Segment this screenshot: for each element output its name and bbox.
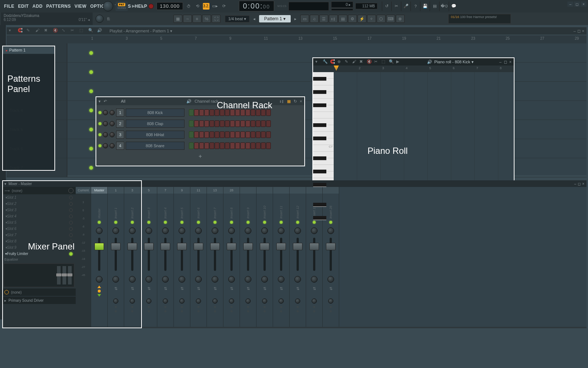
step-button[interactable] — [256, 131, 261, 138]
menu-edit[interactable]: EDIT — [16, 2, 31, 10]
mixer-route-dot[interactable] — [297, 306, 299, 308]
mixer-pan-knob[interactable] — [96, 276, 103, 283]
mixer-insert-strip[interactable]: Insert 11⇅ — [273, 187, 290, 327]
mixer-route-dot[interactable] — [280, 306, 282, 308]
channel-mute-led[interactable] — [98, 133, 101, 136]
mixer-strip-head[interactable]: 11 — [190, 187, 207, 194]
step-button[interactable] — [225, 120, 230, 127]
mixer-strip-enable-led[interactable] — [263, 221, 266, 224]
eq-mid-slider[interactable] — [62, 266, 66, 284]
mixer-fader-cap[interactable] — [161, 243, 170, 250]
step-button[interactable] — [245, 142, 250, 149]
tool-5-icon[interactable]: ⌨ — [386, 15, 395, 23]
mixer-strip-stereo-knob[interactable] — [146, 227, 152, 234]
pl-menu-icon[interactable]: ▾ — [9, 28, 15, 34]
mixer-input-selector[interactable]: ⟶ (none) — [2, 187, 76, 194]
mixer-pan-knob[interactable] — [278, 276, 284, 283]
mixer-fader[interactable] — [280, 238, 282, 271]
close-button[interactable]: × — [581, 1, 587, 7]
mixer-effect-slot[interactable]: ▾ Slot 7 — [2, 232, 76, 238]
stop-button[interactable]: ■ — [139, 3, 146, 10]
step-button[interactable] — [209, 131, 214, 138]
mixer-fader-cap[interactable] — [276, 243, 286, 250]
step-button[interactable] — [230, 142, 235, 149]
mic-icon[interactable]: 🎤 — [401, 1, 410, 11]
mixer-strip-enable-led[interactable] — [131, 221, 134, 224]
song-position[interactable]: 0:00:00 — [239, 1, 274, 11]
track-enable-led[interactable] — [89, 109, 93, 112]
step-button[interactable] — [220, 142, 225, 149]
eq-high-slider[interactable] — [68, 266, 72, 284]
step-button[interactable] — [199, 131, 204, 138]
step-edit-icon[interactable]: ▭▸ — [212, 3, 218, 10]
mixer-menu-icon[interactable]: ▾ — [4, 182, 6, 186]
mixer-insert-strip[interactable]: 7Insert 4⇅ — [157, 187, 174, 327]
mixer-route-dot[interactable] — [148, 306, 150, 308]
onekey-icon[interactable]: 💬 — [449, 1, 458, 11]
mixer-effect-slot[interactable]: ▾ Slot 6 — [2, 226, 76, 232]
mixer-send-up-icon[interactable] — [97, 286, 101, 288]
pr-menu-icon[interactable]: ▾ — [315, 59, 320, 64]
pr-paint-icon[interactable]: 🖌 — [352, 59, 357, 64]
record-button[interactable] — [148, 3, 154, 10]
mixer-pan-knob[interactable] — [245, 276, 251, 283]
mixer-route-arrow-icon[interactable]: ⇅ — [280, 286, 283, 291]
mx-latency-icon[interactable] — [68, 188, 74, 193]
step-button[interactable] — [240, 142, 245, 149]
step-sequencer-row[interactable] — [189, 120, 271, 127]
piano-roll-ruler[interactable]: 12345678 — [313, 66, 514, 72]
step-button[interactable] — [209, 120, 214, 127]
mixer-fader-cap[interactable] — [128, 243, 137, 250]
mixer-strip-head[interactable] — [306, 187, 322, 194]
mixer-eq[interactable] — [4, 263, 74, 287]
pr-draw-icon[interactable]: ✎ — [345, 59, 350, 64]
mixer-strip-stereo-knob[interactable] — [179, 227, 185, 234]
piano-black-key[interactable] — [313, 137, 326, 141]
mixer-insert-strip[interactable]: 5Insert 3⇅ — [141, 187, 157, 327]
mixer-fader-cap[interactable] — [144, 243, 154, 250]
pl-magnet-icon[interactable]: 🧲 — [18, 28, 24, 34]
track-enable-led[interactable] — [89, 89, 93, 93]
track-enable-led[interactable] — [89, 70, 93, 74]
mixer-pan-knob[interactable] — [261, 276, 268, 283]
mixer-strip-stereo-knob[interactable] — [162, 227, 169, 234]
mx-close-icon[interactable]: × — [582, 182, 584, 186]
piano-black-key[interactable] — [313, 103, 326, 107]
pr-mute-icon[interactable]: 🔇 — [367, 59, 372, 64]
mixer-fader-cap[interactable] — [243, 243, 253, 250]
cr-undo-icon[interactable]: ↶ — [104, 99, 107, 104]
pr-minimize-icon[interactable]: – — [499, 60, 501, 64]
mixer-pan-knob[interactable] — [212, 276, 218, 283]
mixer-route-dot[interactable] — [247, 306, 249, 308]
mx-maximize-icon[interactable]: ◻ — [578, 182, 581, 186]
step-button[interactable] — [204, 131, 209, 138]
mixer-route-arrow-icon[interactable]: ⇅ — [329, 286, 333, 291]
mixer-fader-cap[interactable] — [194, 243, 203, 250]
step-button[interactable] — [266, 120, 271, 127]
channel-name-button[interactable]: 808 Kick — [126, 109, 184, 117]
piano-white-key[interactable] — [313, 112, 334, 118]
mixer-route-arrow-icon[interactable]: ⇅ — [197, 286, 200, 291]
mixer-route-dot[interactable] — [263, 306, 266, 308]
mixer-effect-slot[interactable]: ▾ Slot 4 — [2, 213, 76, 219]
slot-enable-led[interactable] — [69, 233, 73, 237]
channel-pan-knob[interactable] — [103, 132, 108, 137]
mixer-strip-stereo-knob[interactable] — [245, 227, 251, 234]
mixer-fader[interactable] — [164, 238, 166, 271]
channel-vol-knob[interactable] — [110, 132, 115, 137]
cr-loop-icon[interactable]: ↻ — [294, 99, 297, 104]
mixer-output-selector[interactable]: (none) — [2, 289, 76, 296]
mixer-route-arrow-icon[interactable]: ⇅ — [131, 286, 134, 291]
main-volume-knob[interactable] — [103, 1, 113, 11]
mixer-route-dot[interactable] — [164, 306, 166, 308]
channel-mute-led[interactable] — [98, 144, 101, 147]
piano-black-key[interactable] — [313, 156, 326, 160]
mixer-send-knob[interactable] — [130, 298, 135, 304]
mixer-fader[interactable] — [313, 238, 315, 271]
pr-stamp-icon[interactable]: ⊕ — [337, 59, 343, 64]
pr-slice-icon[interactable]: ✂ — [374, 59, 379, 64]
track-enable-led[interactable] — [89, 128, 93, 131]
mixer-route-arrow-icon[interactable]: ⇅ — [247, 286, 250, 291]
step-button[interactable] — [266, 131, 271, 138]
mixer-strip-stereo-knob[interactable] — [228, 227, 235, 234]
